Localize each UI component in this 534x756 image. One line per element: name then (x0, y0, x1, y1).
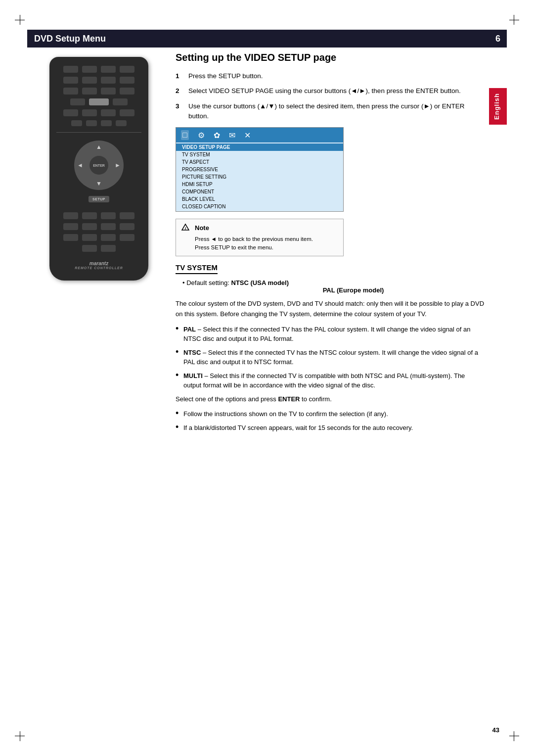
remote-btn-22[interactable] (120, 212, 134, 219)
menu-item-8: CLOSED CAPTION (176, 203, 343, 210)
remote-btn-10[interactable] (82, 88, 97, 94)
ntsc-desc: – Select this if the connected TV has th… (183, 349, 478, 366)
remote-btn-9[interactable] (63, 88, 78, 94)
menu-items-list: VIDEO SETUP PAGE TV SYSTEM TV ASPECT PRO… (176, 142, 343, 211)
follow-text-1: Follow the instructions shown on the TV … (183, 409, 388, 419)
menu-item-6: COMPONENT (176, 188, 343, 195)
menu-item-0: VIDEO SETUP PAGE (176, 143, 343, 151)
menu-item-3: PROGRESSIVE (176, 166, 343, 173)
tv-system-body: The colour system of the DVD system, DVD… (176, 299, 485, 320)
menu-icon-1: □ (181, 130, 189, 140)
remote-btn-15[interactable] (63, 109, 78, 116)
remote-btn-3[interactable] (101, 66, 116, 73)
header-number: 6 (489, 30, 507, 47)
remote-btn-23[interactable] (63, 223, 78, 230)
remote-btn-31[interactable] (82, 245, 97, 252)
remote-btn-2[interactable] (82, 66, 97, 73)
remote-row-1 (63, 66, 134, 73)
dpad-up[interactable]: ▲ (96, 143, 102, 150)
tv-system-bullets: • PAL – Select this if the connected TV … (176, 325, 485, 390)
menu-item-2: TV ASPECT (176, 158, 343, 166)
corner-mark-br (509, 731, 519, 741)
bullet-pal: • PAL – Select this if the connected TV … (176, 325, 485, 344)
bullet-ntsc-text: NTSC – Select this if the connected TV h… (183, 348, 485, 367)
dpad-down[interactable]: ▼ (96, 180, 102, 187)
remote-btn-7[interactable] (101, 77, 116, 84)
remote-row-9 (63, 234, 134, 241)
bullet-ntsc: • NTSC – Select this if the connected TV… (176, 348, 485, 367)
remote-btn-s3[interactable] (101, 120, 112, 126)
remote-control: ENTER ▲ ▼ ◄ ► SETUP (49, 57, 148, 281)
default-ntsc: NTSC (USA model) (231, 279, 289, 286)
menu-icons-row: □ ⚙ ✿ ✉ ✕ (176, 128, 343, 142)
menu-icon-5: ✕ (244, 131, 251, 140)
bullet-multi: • MULTI – Select this if the connected T… (176, 371, 485, 390)
remote-btn-19[interactable] (63, 212, 78, 219)
remote-btn-s4[interactable] (116, 120, 127, 126)
bullet-dot-pal: • (176, 324, 179, 344)
right-column: Setting up the VIDEO SETUP page 1 Press … (176, 52, 485, 726)
remote-btn-18[interactable] (120, 109, 134, 116)
menu-icon-3: ✿ (214, 131, 220, 140)
remote-btn-21[interactable] (101, 212, 116, 219)
remote-btn-24[interactable] (82, 223, 97, 230)
remote-btn-13[interactable] (70, 98, 85, 105)
enter-bold: ENTER (278, 395, 300, 403)
remote-row-6 (71, 120, 127, 126)
remote-btn-28[interactable] (82, 234, 97, 241)
bullet-pal-text: PAL – Select this if the connected TV ha… (183, 325, 485, 344)
step-1-text: Press the SETUP button. (188, 71, 263, 81)
remote-btn-25[interactable] (101, 223, 116, 230)
enter-label: ENTER (93, 164, 105, 167)
dpad-enter[interactable]: ENTER (89, 156, 108, 175)
dpad-right[interactable]: ► (115, 162, 121, 169)
remote-btn-8[interactable] (120, 77, 134, 84)
note-line-2: Press SETUP to exit the menu. (195, 243, 313, 252)
note-line-1: Press ◄ to go back to the previous menu … (195, 235, 313, 243)
bullet-dot-ntsc: • (176, 347, 179, 367)
note-box: i Note Press ◄ to go back to the previou… (176, 219, 344, 256)
remote-btn-11[interactable] (101, 88, 116, 94)
remote-btn-30[interactable] (120, 234, 134, 241)
step-3-num: 3 (176, 101, 183, 122)
brand-subtitle: REMOTE CONTROLLER (75, 266, 123, 270)
remote-btn-4[interactable] (120, 66, 134, 73)
setup-button[interactable]: SETUP (89, 196, 109, 202)
dpad-left[interactable]: ◄ (77, 162, 83, 169)
remote-btn-20[interactable] (82, 212, 97, 219)
remote-row-8 (63, 223, 134, 230)
step-2: 2 Select VIDEO SETUP PAGE using the curs… (176, 86, 485, 96)
remote-btn-s1[interactable] (71, 120, 82, 126)
remote-btn-27[interactable] (63, 234, 78, 241)
page-number: 43 (492, 726, 499, 734)
remote-btn-12[interactable] (120, 88, 134, 94)
remote-btn-s2[interactable] (86, 120, 97, 126)
step-2-text: Select VIDEO SETUP PAGE using the cursor… (188, 86, 461, 96)
menu-item-1: TV SYSTEM (176, 151, 343, 158)
section-title: Setting up the VIDEO SETUP page (176, 52, 485, 63)
remote-btn-6[interactable] (82, 77, 97, 84)
tv-system-title: TV SYSTEM (176, 263, 218, 274)
remote-btn-26[interactable] (120, 223, 134, 230)
remote-btn-17[interactable] (101, 109, 116, 116)
remote-btn-5[interactable] (63, 77, 78, 84)
menu-icon-2: ⚙ (198, 131, 205, 140)
bullet-dot-multi: • (176, 371, 179, 390)
step-list: 1 Press the SETUP button. 2 Select VIDEO… (176, 71, 485, 121)
default-pal: PAL (Europe model) (323, 286, 384, 294)
note-icon: i (181, 223, 191, 234)
menu-screenshot: □ ⚙ ✿ ✉ ✕ VIDEO SETUP PAGE TV SYSTEM TV … (176, 127, 344, 212)
remote-btn-wide[interactable] (89, 98, 109, 105)
remote-btn-14[interactable] (113, 98, 128, 105)
step-3-text: Use the cursor buttons (▲/▼) to select t… (188, 101, 485, 122)
follow-bullets: • Follow the instructions shown on the T… (176, 409, 485, 432)
tv-system-section: TV SYSTEM • Default setting: NTSC (USA m… (176, 263, 485, 432)
remote-btn-29[interactable] (101, 234, 116, 241)
remote-btn-16[interactable] (82, 109, 97, 116)
remote-btn-1[interactable] (63, 66, 78, 73)
pal-keyword: PAL (183, 326, 196, 333)
follow-bullet-1: • Follow the instructions shown on the T… (176, 409, 485, 419)
dpad: ENTER ▲ ▼ ◄ ► (74, 141, 124, 190)
remote-btn-32[interactable] (101, 245, 116, 252)
setup-btn-row: SETUP (89, 196, 109, 202)
